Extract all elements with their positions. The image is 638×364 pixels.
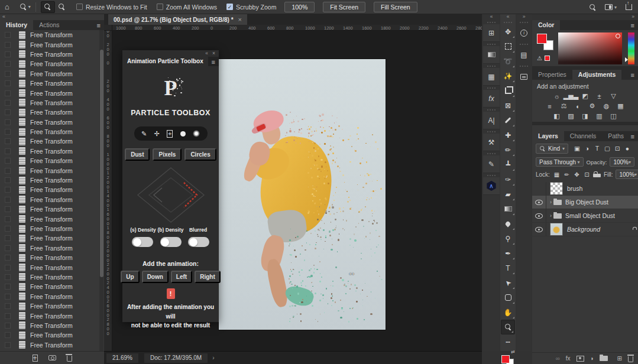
history-state-checkbox[interactable] bbox=[5, 71, 11, 77]
blur-tool[interactable] bbox=[500, 216, 516, 231]
delete-layer-icon[interactable] bbox=[628, 356, 633, 362]
type-tool[interactable]: T bbox=[500, 261, 516, 275]
layer-thumbnail[interactable] bbox=[550, 223, 563, 236]
collapse-dock-icon[interactable]: « bbox=[0, 14, 104, 20]
history-state-row[interactable]: Free Transform bbox=[0, 311, 104, 320]
visibility-cell[interactable] bbox=[532, 182, 546, 195]
history-state-checkbox[interactable] bbox=[5, 265, 11, 271]
direction-button-up[interactable]: Up bbox=[121, 271, 139, 283]
history-state-checkbox[interactable] bbox=[5, 294, 11, 300]
layer-row-brush[interactable]: brush bbox=[532, 182, 638, 196]
history-state-checkbox[interactable] bbox=[5, 303, 11, 309]
history-state-row[interactable]: Free Transform bbox=[0, 156, 104, 165]
history-state-row[interactable]: Free Transform bbox=[0, 59, 104, 69]
close-icon[interactable]: × bbox=[238, 16, 242, 23]
vibrance-icon[interactable]: ▽ bbox=[609, 92, 618, 100]
filter-type-icon[interactable]: T bbox=[593, 145, 601, 152]
swap-colors-icon[interactable]: ⇄ bbox=[511, 349, 515, 355]
history-state-checkbox[interactable] bbox=[5, 197, 11, 203]
hand-tool[interactable]: ✋ bbox=[500, 305, 516, 320]
history-state-checkbox[interactable] bbox=[5, 216, 11, 222]
checkbox-resize-windows-to-fit[interactable]: Resize Windows to Fit bbox=[76, 4, 147, 11]
color-swatch-control[interactable]: ⇄ bbox=[501, 353, 514, 364]
history-state-checkbox[interactable] bbox=[5, 61, 11, 67]
dodge-tool[interactable]: ⚲ bbox=[500, 231, 516, 246]
brush-tool[interactable]: ✏ bbox=[500, 142, 516, 157]
history-scrollbar-thumb[interactable] bbox=[100, 50, 103, 277]
history-state-row[interactable]: Free Transform bbox=[0, 253, 104, 262]
foreground-color-swatch[interactable] bbox=[501, 355, 510, 363]
history-state-row[interactable]: Free Transform bbox=[0, 330, 104, 340]
tab-layers[interactable]: Layers bbox=[532, 131, 564, 141]
filter-smart-icon[interactable]: ⊡ bbox=[613, 145, 621, 152]
history-state-row[interactable]: Free Transform bbox=[0, 176, 104, 185]
toggle-switch[interactable] bbox=[132, 237, 153, 247]
fill-select[interactable]: 100% ▾ bbox=[616, 170, 638, 179]
opacity-select[interactable]: 100% ▾ bbox=[610, 157, 634, 167]
link-layers-icon[interactable]: ∞ bbox=[556, 355, 560, 362]
visibility-eye-icon[interactable] bbox=[535, 213, 543, 219]
brightness-contrast-icon[interactable]: ☼ bbox=[552, 92, 561, 100]
blur-dot-icon[interactable] bbox=[193, 130, 200, 137]
layer-mask-icon[interactable] bbox=[577, 356, 584, 362]
history-state-row[interactable]: Free Transform bbox=[0, 301, 104, 311]
pen-tool[interactable]: ✒ bbox=[500, 246, 516, 261]
history-state-row[interactable]: Free Transform bbox=[0, 321, 104, 330]
gamut-warning-icon[interactable]: ⚠ bbox=[537, 55, 542, 61]
layer-thumbnail[interactable] bbox=[550, 182, 563, 195]
document-tab[interactable]: 00.psd @ 21.7% (Big Object Dust, RGB/8) … bbox=[108, 14, 247, 25]
direction-button-down[interactable]: Down bbox=[142, 271, 169, 283]
history-state-row[interactable]: Free Transform bbox=[0, 30, 104, 40]
photo-document[interactable]: ↔ bbox=[219, 59, 386, 330]
tab-actions[interactable]: Actions bbox=[33, 20, 65, 30]
history-state-checkbox[interactable] bbox=[5, 168, 11, 174]
workspace-switcher[interactable]: ▾ bbox=[605, 4, 617, 10]
libraries-panel[interactable]: ▤ bbox=[516, 46, 532, 64]
curves-icon[interactable]: ◩ bbox=[581, 92, 590, 100]
history-state-checkbox[interactable] bbox=[5, 206, 11, 212]
pen-icon[interactable]: ✎ bbox=[141, 130, 147, 138]
blend-mode-select[interactable]: Pass Through ▾ bbox=[536, 157, 584, 167]
history-state-checkbox[interactable] bbox=[5, 255, 11, 261]
history-brush-tool[interactable]: ✑ bbox=[500, 172, 516, 187]
move-tool[interactable]: ✥ bbox=[500, 24, 516, 39]
history-state-row[interactable]: Free Transform bbox=[0, 185, 104, 194]
history-state-checkbox[interactable] bbox=[5, 100, 11, 106]
history-state-row[interactable]: Free Transform bbox=[0, 165, 104, 175]
clone-source-panel[interactable]: ✎ bbox=[483, 155, 500, 173]
tab-properties[interactable]: Properties bbox=[532, 70, 572, 80]
zoom-tool[interactable] bbox=[501, 320, 515, 334]
history-state-checkbox[interactable] bbox=[5, 187, 11, 193]
history-state-row[interactable]: Free Transform bbox=[0, 98, 104, 108]
history-state-checkbox[interactable] bbox=[5, 32, 11, 38]
info-panel[interactable]: i bbox=[516, 24, 532, 42]
swatches-panel[interactable]: ▦ bbox=[483, 68, 500, 86]
layer-effects-icon[interactable]: fx bbox=[566, 355, 571, 362]
threshold-icon[interactable]: ◨ bbox=[581, 112, 590, 120]
layer-row-big-object-dust[interactable]: ›Big Object Dust bbox=[532, 196, 638, 209]
history-state-row[interactable]: Free Transform bbox=[0, 147, 104, 156]
visibility-cell[interactable] bbox=[532, 196, 546, 209]
lock-all-icon[interactable] bbox=[593, 174, 601, 177]
history-state-checkbox[interactable] bbox=[5, 119, 11, 125]
tab-color[interactable]: Color bbox=[532, 20, 560, 30]
fit-screen-button[interactable]: Fit Screen bbox=[323, 2, 365, 12]
history-state-checkbox[interactable] bbox=[5, 342, 11, 348]
new-layer-icon[interactable]: ⊞ bbox=[617, 355, 622, 362]
history-state-row[interactable]: Free Transform bbox=[0, 204, 104, 214]
history-state-row[interactable]: Free Transform bbox=[0, 118, 104, 127]
hue-strip[interactable] bbox=[628, 32, 634, 64]
panel-menu-icon[interactable]: ≡ bbox=[631, 133, 634, 140]
tab-adjustments[interactable]: Adjustments bbox=[572, 70, 622, 80]
layer-row-background[interactable]: Background bbox=[532, 223, 638, 236]
zoom-in-button[interactable] bbox=[41, 1, 55, 13]
history-state-row[interactable]: Free Transform bbox=[0, 214, 104, 223]
history-state-checkbox[interactable] bbox=[5, 274, 11, 280]
history-state-checkbox[interactable] bbox=[5, 323, 11, 329]
collapse-dock-icon[interactable]: « bbox=[483, 14, 500, 20]
comments-panel[interactable] bbox=[516, 68, 532, 86]
lasso-tool[interactable]: ➰ bbox=[500, 54, 516, 69]
edit-toolbar-icon[interactable]: ••• bbox=[500, 334, 516, 349]
zoom-out-button[interactable] bbox=[55, 1, 69, 13]
visibility-eye-icon[interactable] bbox=[535, 227, 543, 232]
